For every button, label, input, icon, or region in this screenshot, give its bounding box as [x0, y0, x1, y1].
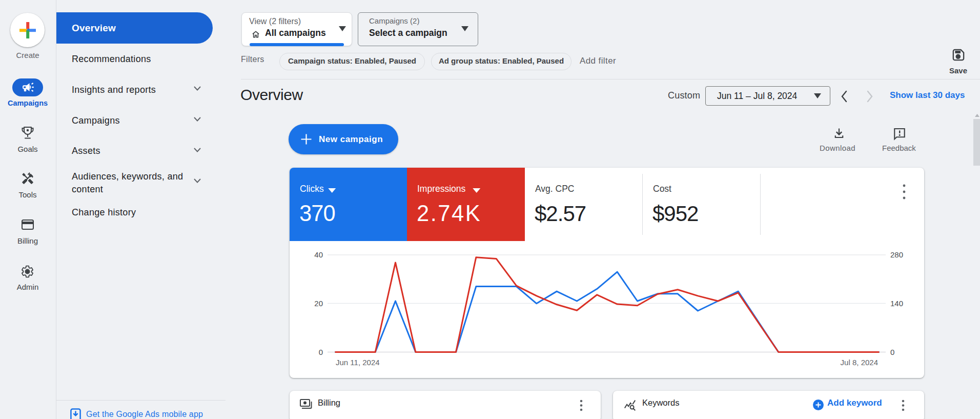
svg-text:20: 20: [314, 299, 323, 308]
svg-text:40: 40: [314, 250, 323, 259]
svg-text:140: 140: [890, 299, 903, 308]
svg-text:Jun 11, 2024: Jun 11, 2024: [336, 358, 380, 367]
svg-text:0: 0: [319, 348, 323, 356]
svg-text:Jul 8, 2024: Jul 8, 2024: [841, 358, 878, 367]
svg-text:280: 280: [890, 250, 903, 259]
svg-text:0: 0: [890, 348, 894, 356]
